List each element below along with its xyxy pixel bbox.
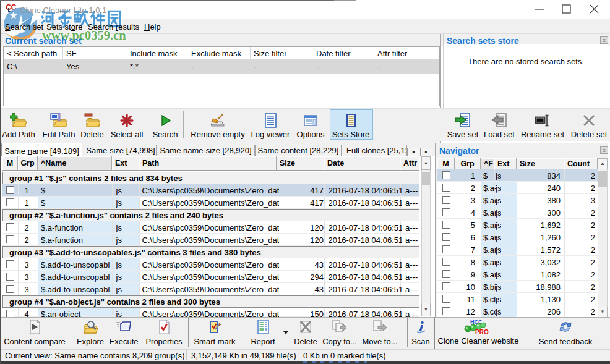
svg-text:PRO: PRO	[475, 329, 489, 336]
